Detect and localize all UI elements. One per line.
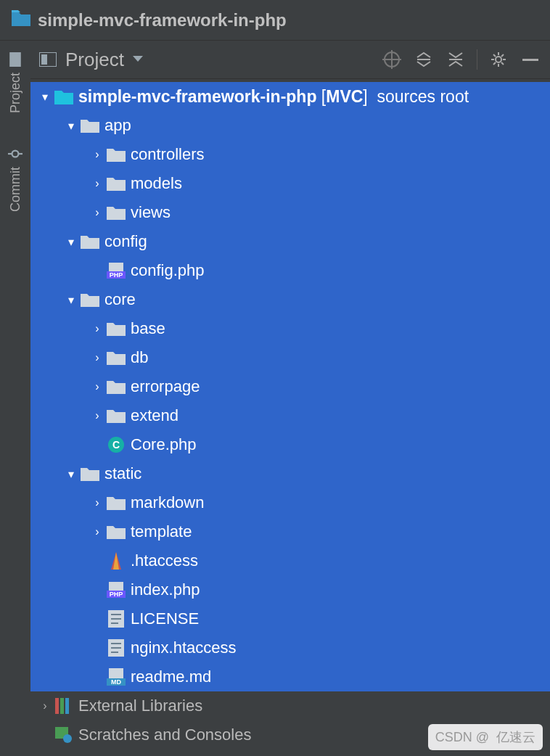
scratches-label: Scratches and Consoles xyxy=(78,726,251,744)
project-view-label: Project xyxy=(65,49,124,71)
tree-node-label: .htaccess xyxy=(131,551,198,570)
folder-icon xyxy=(106,320,126,337)
folder-icon xyxy=(80,291,100,308)
root-type: sources root xyxy=(377,87,469,107)
left-rail: Project Commit xyxy=(0,41,30,756)
folder-icon xyxy=(80,233,100,250)
php-icon: PHP xyxy=(106,262,126,279)
tree-row[interactable]: ▾ core xyxy=(30,285,550,314)
rail-project-label: Project xyxy=(8,73,23,113)
chevron-down-icon[interactable]: ▾ xyxy=(62,467,80,481)
svg-text:C: C xyxy=(112,439,120,451)
tree-node-label: core xyxy=(104,290,136,309)
folder-icon xyxy=(106,523,126,541)
chevron-down-icon[interactable]: ▾ xyxy=(36,90,54,104)
tree-row[interactable]: › views xyxy=(30,198,550,227)
commit-rail-icon xyxy=(8,147,22,161)
chevron-down-icon[interactable]: ▾ xyxy=(62,293,80,307)
project-rail-icon xyxy=(8,52,22,67)
folder-icon xyxy=(80,117,100,134)
tree-row[interactable]: PHP config.php xyxy=(30,256,550,285)
tree-row[interactable]: › models xyxy=(30,169,550,198)
watermark: CSDN @ 亿速云 xyxy=(428,724,543,750)
tree-node-label: nginx.htaccess xyxy=(131,638,237,657)
svg-rect-5 xyxy=(41,54,47,65)
tree-row[interactable]: LICENSE xyxy=(30,604,550,633)
svg-point-34 xyxy=(63,734,72,743)
minimize-icon[interactable] xyxy=(520,49,541,70)
watermark-csdn: CSDN @ xyxy=(435,730,489,745)
chevron-down-icon[interactable]: ▾ xyxy=(62,235,80,249)
external-libraries-label: External Libraries xyxy=(78,697,202,715)
project-view-icon xyxy=(39,52,57,67)
tree-row[interactable]: ▾ config xyxy=(30,227,550,256)
toolbar-separator xyxy=(477,49,477,70)
tree-node-label: config.php xyxy=(131,261,205,280)
tree-row[interactable]: MD readme.md xyxy=(30,662,550,691)
tree-row[interactable]: ▾ app xyxy=(30,111,550,140)
chevron-down-icon xyxy=(133,56,143,63)
tree-row[interactable]: › db xyxy=(30,343,550,372)
class-icon: C xyxy=(106,436,126,453)
chevron-right-icon[interactable]: › xyxy=(89,409,106,422)
tree-row[interactable]: › errorpage xyxy=(30,372,550,401)
tree-node-label: Core.php xyxy=(131,435,197,454)
tree-row[interactable]: › controllers xyxy=(30,140,550,169)
chevron-right-icon[interactable]: › xyxy=(89,206,106,219)
tree-row[interactable]: .htaccess xyxy=(30,546,550,575)
svg-point-1 xyxy=(12,151,19,157)
svg-rect-30 xyxy=(55,698,59,714)
folder-icon xyxy=(106,494,126,511)
svg-text:PHP: PHP xyxy=(110,591,123,598)
tree-row[interactable]: C Core.php xyxy=(30,430,550,459)
titlebar: simple-mvc-framework-in-php xyxy=(0,0,550,41)
tree-row[interactable]: nginx.htaccess xyxy=(30,633,550,662)
folder-icon xyxy=(106,349,126,366)
watermark-ysy: 亿速云 xyxy=(496,728,535,746)
tree-row[interactable]: › base xyxy=(30,314,550,343)
tree-row[interactable]: › template xyxy=(30,517,550,546)
tree-node-label: extend xyxy=(131,406,178,425)
project-view-selector[interactable]: Project xyxy=(39,49,143,71)
tree-row[interactable]: › extend xyxy=(30,401,550,430)
rail-tab-project[interactable]: Project xyxy=(8,46,23,119)
tree-root[interactable]: ▾ simple-mvc-framework-in-php [MVC] sour… xyxy=(30,82,550,111)
chevron-right-icon[interactable]: › xyxy=(36,699,54,712)
folder-icon xyxy=(106,407,126,424)
collapse-all-icon[interactable] xyxy=(445,49,467,70)
folder-icon xyxy=(80,465,100,482)
tree-node-label: app xyxy=(104,116,131,135)
svg-text:PHP: PHP xyxy=(110,271,123,279)
tree-node-label: db xyxy=(131,348,148,367)
chevron-right-icon[interactable]: › xyxy=(89,148,106,161)
text-icon xyxy=(106,639,126,657)
gear-icon[interactable] xyxy=(488,49,509,70)
locate-icon[interactable] xyxy=(381,49,403,70)
tree-node-label: config xyxy=(104,232,147,251)
svg-rect-32 xyxy=(65,698,69,714)
tree-row[interactable]: PHP index.php xyxy=(30,575,550,604)
project-tree[interactable]: ▾ simple-mvc-framework-in-php [MVC] sour… xyxy=(30,79,550,756)
folder-icon xyxy=(106,146,126,163)
window-title: simple-mvc-framework-in-php xyxy=(38,10,287,30)
chevron-right-icon[interactable]: › xyxy=(89,177,106,190)
chevron-down-icon[interactable]: ▾ xyxy=(62,119,80,133)
php-icon: PHP xyxy=(106,581,126,599)
svg-point-9 xyxy=(496,57,501,62)
external-libraries[interactable]: › External Libraries xyxy=(30,691,550,720)
chevron-right-icon[interactable]: › xyxy=(89,380,106,393)
chevron-right-icon[interactable]: › xyxy=(89,525,106,538)
tree-row[interactable]: ▾ static xyxy=(30,459,550,488)
tree-node-label: models xyxy=(131,174,182,193)
tree-node-label: index.php xyxy=(131,580,200,599)
tree-row[interactable]: › markdown xyxy=(30,488,550,517)
chevron-right-icon[interactable]: › xyxy=(89,351,106,364)
rail-tab-commit[interactable]: Commit xyxy=(8,141,23,218)
chevron-right-icon[interactable]: › xyxy=(89,496,106,509)
svg-text:MD: MD xyxy=(111,678,121,686)
rail-commit-label: Commit xyxy=(8,167,23,212)
apache-icon xyxy=(106,552,126,570)
root-name: simple-mvc-framework-in-php xyxy=(78,87,316,107)
chevron-right-icon[interactable]: › xyxy=(89,322,106,335)
expand-all-icon[interactable] xyxy=(413,49,435,70)
